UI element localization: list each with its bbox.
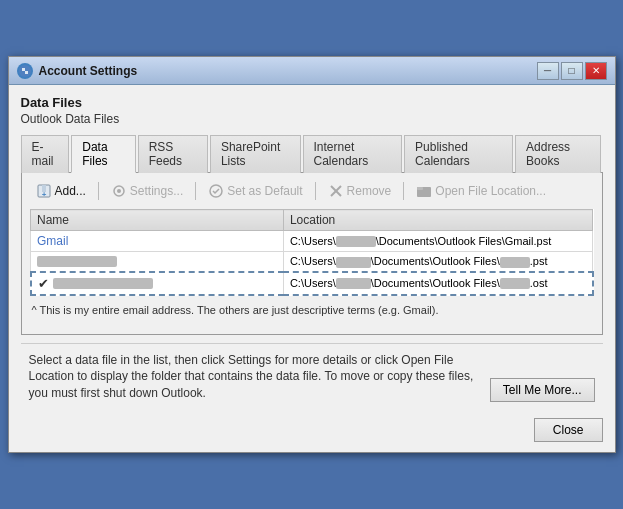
tab-published-calendars[interactable]: Published Calendars — [404, 135, 513, 173]
title-bar: Account Settings ─ □ ✕ — [9, 57, 615, 85]
section-title: Data Files — [21, 95, 603, 110]
window-title: Account Settings — [39, 64, 537, 78]
gmail-name: Gmail — [37, 234, 68, 248]
close-button[interactable]: Close — [534, 418, 603, 442]
folder-icon — [416, 183, 432, 199]
row-location-cell: C:\Users\ \Documents\Outlook Files\ .ost — [283, 272, 592, 295]
remove-icon — [328, 183, 344, 199]
remove-button[interactable]: Remove — [322, 181, 398, 201]
help-text: Select a data file in the list, then cli… — [29, 352, 480, 402]
close-window-button[interactable]: ✕ — [585, 62, 607, 80]
toolbar-separator-2 — [195, 182, 196, 200]
table-row[interactable]: C:\Users\ \Documents\Outlook Files\ .pst — [31, 252, 593, 272]
svg-rect-10 — [417, 187, 423, 190]
dialog-footer: Close — [9, 410, 615, 452]
settings-icon — [111, 183, 127, 199]
settings-button[interactable]: Settings... — [105, 181, 189, 201]
maximize-button[interactable]: □ — [561, 62, 583, 80]
section-subtitle: Outlook Data Files — [21, 112, 603, 126]
tab-address-books[interactable]: Address Books — [515, 135, 600, 173]
note-text: ^ This is my entire email address. The o… — [30, 302, 594, 318]
table-row[interactable]: Gmail C:\Users\ \Documents\Outlook Files… — [31, 231, 593, 252]
bottom-section: Select a data file in the list, then cli… — [21, 343, 603, 410]
tab-content-data-files: + Add... Settings... — [21, 173, 603, 335]
toolbar-separator-1 — [98, 182, 99, 200]
row-name-cell — [31, 252, 284, 272]
tab-sharepoint-lists[interactable]: SharePoint Lists — [210, 135, 301, 173]
toolbar-separator-4 — [403, 182, 404, 200]
toolbar-separator-3 — [315, 182, 316, 200]
window-icon — [17, 63, 33, 79]
data-files-table: Name Location Gmail C:\Users\ \Documents… — [30, 209, 594, 296]
open-location-button[interactable]: Open File Location... — [410, 181, 552, 201]
svg-text:+: + — [41, 190, 46, 199]
title-bar-buttons: ─ □ ✕ — [537, 62, 607, 80]
tell-me-more-button[interactable]: Tell Me More... — [490, 378, 595, 402]
account-settings-window: Account Settings ─ □ ✕ Data Files Outloo… — [8, 56, 616, 453]
col-header-name: Name — [31, 210, 284, 231]
dialog-content: Data Files Outlook Data Files E-mail Dat… — [9, 85, 615, 410]
svg-point-5 — [117, 189, 121, 193]
col-header-location: Location — [283, 210, 592, 231]
tab-data-files[interactable]: Data Files — [71, 135, 135, 173]
row-location-cell: C:\Users\ \Documents\Outlook Files\Gmail… — [283, 231, 592, 252]
row-location-cell: C:\Users\ \Documents\Outlook Files\ .pst — [283, 252, 592, 272]
row-name-cell: Gmail — [31, 231, 284, 252]
table-row[interactable]: ✔ C:\Users\ \Documents\Outlook Files\ .o… — [31, 272, 593, 295]
add-button[interactable]: + Add... — [30, 181, 92, 201]
tab-email[interactable]: E-mail — [21, 135, 70, 173]
default-check-icon: ✔ — [38, 276, 49, 291]
data-files-toolbar: + Add... Settings... — [30, 181, 594, 201]
check-circle-icon — [208, 183, 224, 199]
set-default-button[interactable]: Set as Default — [202, 181, 308, 201]
tab-internet-calendars[interactable]: Internet Calendars — [303, 135, 403, 173]
add-icon: + — [36, 183, 52, 199]
row-name-cell: ✔ — [31, 272, 284, 295]
tab-rss-feeds[interactable]: RSS Feeds — [138, 135, 208, 173]
minimize-button[interactable]: ─ — [537, 62, 559, 80]
tab-bar: E-mail Data Files RSS Feeds SharePoint L… — [21, 134, 603, 173]
svg-point-0 — [19, 65, 31, 77]
